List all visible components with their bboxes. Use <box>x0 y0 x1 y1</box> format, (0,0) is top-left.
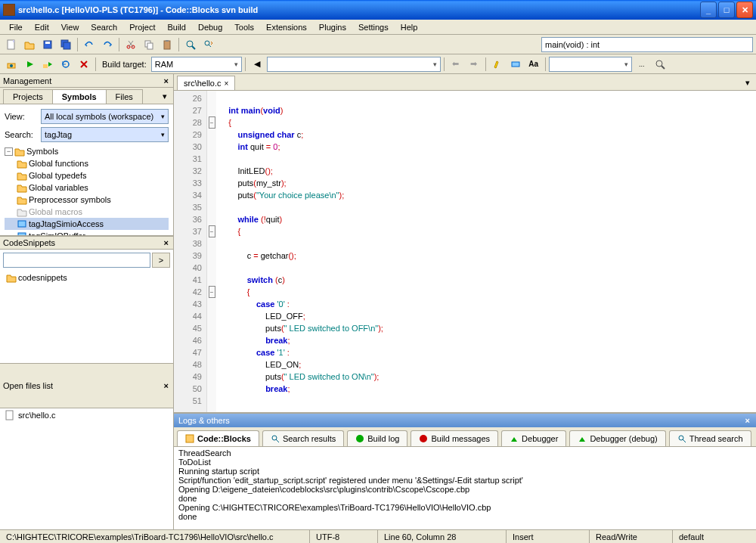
selection-button[interactable] <box>507 56 524 73</box>
management-close-button[interactable]: × <box>163 76 170 85</box>
tagjtagsimioacc-node[interactable]: tagJtagSimioAccess <box>5 218 169 230</box>
log-tab-debugger[interactable]: Debugger <box>501 430 566 446</box>
case-button[interactable]: Aa <box>525 56 542 73</box>
build-button[interactable] <box>3 56 20 73</box>
code-content[interactable]: int main(void) { unsigned char c; int qu… <box>216 91 756 412</box>
log-tab-thread-search[interactable]: Thread search <box>669 430 751 446</box>
menu-search[interactable]: Search <box>85 21 123 33</box>
log-tab-build-log[interactable]: Build log <box>347 430 407 446</box>
fold-column: −−− <box>207 91 216 412</box>
menu-settings[interactable]: Settings <box>352 21 395 33</box>
menu-debug[interactable]: Debug <box>192 21 228 33</box>
tab-overflow-button[interactable]: ▾ <box>160 89 170 104</box>
symbol-folder[interactable]: Global variables <box>5 182 169 194</box>
editor-tab-hello[interactable]: src\hello.c × <box>177 76 235 90</box>
symbols-tab[interactable]: Symbols <box>52 89 107 104</box>
save-all-button[interactable] <box>57 36 74 53</box>
snippet-search-input[interactable] <box>3 253 150 268</box>
rebuild-button[interactable] <box>57 56 74 73</box>
highlight-button[interactable] <box>489 56 506 73</box>
replace-button[interactable] <box>200 36 217 53</box>
projects-tab[interactable]: Projects <box>3 89 53 104</box>
status-encoding: UTF-8 <box>310 530 378 543</box>
copy-button[interactable] <box>141 36 157 53</box>
options-button[interactable]: ... <box>634 56 650 73</box>
new-file-button[interactable] <box>3 36 20 53</box>
search-label: Search: <box>5 130 38 139</box>
prev-button[interactable]: ◀ <box>249 56 265 73</box>
view-dropdown[interactable]: All local symbols (workspace) <box>41 109 169 124</box>
menu-view[interactable]: View <box>55 21 85 33</box>
abort-button[interactable] <box>76 56 92 73</box>
menu-help[interactable]: Help <box>395 21 424 33</box>
snippet-search-button[interactable]: > <box>152 253 170 268</box>
search-scope-dropdown[interactable] <box>549 57 632 72</box>
openfiles-close-button[interactable]: × <box>163 381 170 390</box>
nav-dropdown[interactable] <box>267 57 441 72</box>
symbol-folder[interactable]: Preprocessor symbols <box>5 194 169 206</box>
menu-tools[interactable]: Tools <box>228 21 260 33</box>
open-button[interactable] <box>21 36 38 53</box>
log-tab-code-blocks[interactable]: Code::Blocks <box>177 430 259 446</box>
fold-toggle[interactable]: − <box>209 286 215 298</box>
log-tab-search-results[interactable]: Search results <box>262 430 344 446</box>
logs-close-button[interactable]: × <box>744 416 751 425</box>
build-toolbar: Build target: RAM ◀ ⬅ ➡ Aa ... <box>0 54 756 74</box>
logs-content[interactable]: ThreadSearchToDoListRunning startup scri… <box>174 447 756 529</box>
close-button[interactable]: ✕ <box>736 2 753 18</box>
build-target-label: Build target: <box>99 60 150 69</box>
open-file-item[interactable]: src\hello.c <box>0 408 173 422</box>
nav-back-button[interactable]: ⬅ <box>448 56 464 73</box>
run-button[interactable] <box>21 56 38 73</box>
svg-rect-11 <box>166 40 169 42</box>
fold-toggle[interactable]: − <box>209 116 215 129</box>
symbol-hint-display[interactable] <box>541 37 753 52</box>
menu-extensions[interactable]: Extensions <box>260 21 313 33</box>
global-macros-node[interactable]: Global macros <box>5 206 169 218</box>
svg-rect-10 <box>164 41 170 49</box>
menu-edit[interactable]: Edit <box>29 21 55 33</box>
maximize-button[interactable]: □ <box>718 2 735 18</box>
symbol-search-input[interactable]: tagJtag <box>41 127 169 142</box>
find-button[interactable] <box>182 36 199 53</box>
codesnippets-root[interactable]: codesnippets <box>0 271 173 284</box>
symbols-tab-content: View: All local symbols (workspace) Sear… <box>0 104 173 236</box>
nav-forward-button[interactable]: ➡ <box>466 56 482 73</box>
menu-project[interactable]: Project <box>123 21 161 33</box>
svg-point-26 <box>420 435 427 442</box>
menu-file[interactable]: File <box>3 21 29 33</box>
view-label: View: <box>5 112 38 121</box>
menubar: FileEditViewSearchProjectBuildDebugTools… <box>0 20 756 35</box>
codesnippets-close-button[interactable]: × <box>163 238 170 247</box>
redo-button[interactable] <box>99 36 116 53</box>
app-icon <box>3 4 15 16</box>
tagsimiobuffer-node[interactable]: tagSimIOBuffer <box>5 230 169 236</box>
menu-plugins[interactable]: Plugins <box>313 21 352 33</box>
symbol-folder[interactable]: Global typedefs <box>5 169 169 182</box>
symbol-folder[interactable]: Global functions <box>5 157 169 169</box>
editor-tab-overflow[interactable]: ▾ <box>742 76 753 90</box>
build-target-dropdown[interactable]: RAM <box>151 57 242 72</box>
menu-build[interactable]: Build <box>161 21 191 33</box>
paste-button[interactable] <box>159 36 175 53</box>
management-tabs: Projects Symbols Files ▾ <box>0 88 173 104</box>
symbols-root-node[interactable]: − Symbols <box>5 145 169 157</box>
window-title: src\hello.c [HelloVIO-PLS (TC1796)] - Co… <box>18 5 700 14</box>
status-insert: Insert <box>507 530 590 543</box>
code-editor[interactable]: 2627282930313233343536373839404142434445… <box>174 91 756 412</box>
minimize-button[interactable]: _ <box>700 2 717 18</box>
openfiles-header: Open files list × <box>0 363 173 408</box>
files-tab[interactable]: Files <box>106 89 143 104</box>
search-button[interactable] <box>652 56 668 73</box>
fold-toggle[interactable]: − <box>209 225 215 237</box>
svg-point-25 <box>356 435 364 442</box>
cut-button[interactable] <box>122 36 139 53</box>
status-position: Line 60, Column 28 <box>378 530 507 543</box>
svg-point-12 <box>187 41 193 47</box>
editor-tab-close-button[interactable]: × <box>225 79 229 88</box>
log-tab-build-messages[interactable]: Build messages <box>411 430 498 446</box>
undo-button[interactable] <box>81 36 98 53</box>
build-run-button[interactable] <box>39 56 56 73</box>
save-button[interactable] <box>39 36 56 53</box>
log-tab-debugger-debug-[interactable]: Debugger (debug) <box>569 430 665 446</box>
